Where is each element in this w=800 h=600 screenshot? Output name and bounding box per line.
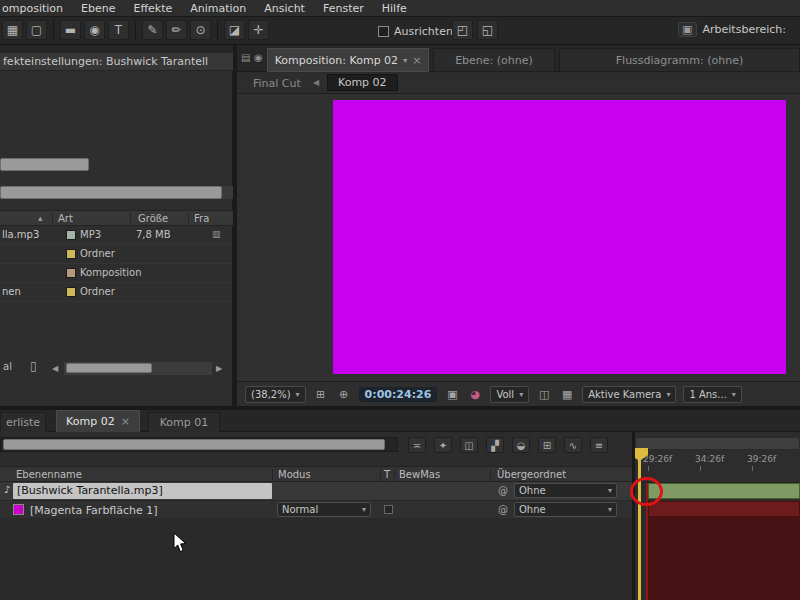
camera-dropdown[interactable]: Aktive Kamera ▾ [582,386,676,403]
transparency-grid-icon[interactable]: ▦ [559,388,575,401]
menu-fenster[interactable]: Fenster [314,0,373,17]
eraser-tool-icon[interactable]: ◪ [224,20,245,40]
region-of-interest-icon[interactable]: ◫ [536,388,552,401]
column-modus[interactable]: Modus [278,469,311,480]
column-fra[interactable]: Fra [194,213,209,224]
puppet-pin-tool-icon[interactable]: ✛ [248,20,269,40]
workspace-grid-tool-icon[interactable]: ▦ [2,20,23,40]
footer-hscroll-thumb[interactable] [66,363,152,373]
comp-tab-bar: ▤ ◉ Komposition: Komp 02 ▾ × Ebene: (ohn… [237,45,800,72]
menu-animation[interactable]: Animation [181,0,255,17]
clone-stamp-tool-icon[interactable]: ⊙ [190,20,211,40]
workspace-icon[interactable]: ▣ [678,22,696,37]
time-ruler[interactable]: 29:26f 34:26f 39:26f [635,450,800,483]
tab-ebene[interactable]: Ebene: (ohne) [433,48,555,72]
scroll-left-icon[interactable]: ◀ [52,364,58,373]
audio-icon[interactable]: ♪ [4,484,10,495]
snap-checkbox[interactable] [378,26,389,37]
menu-komposition[interactable]: omposition [0,0,72,17]
crosshair-icon[interactable]: ⊕ [336,388,352,401]
brainstorm-icon[interactable]: ⊞ [538,437,556,453]
column-uebergeordnet[interactable]: Übergeordnet [497,469,566,480]
breadcrumb-current[interactable]: Komp 02 [327,74,398,91]
panel-options-icon[interactable]: ≡ [590,437,608,453]
project-row-folder1[interactable]: Ordner [0,245,232,264]
tab-timeline-komp01[interactable]: Komp 01 [148,412,220,432]
view-layout-dropdown[interactable]: 1 Ans... ▾ [683,386,741,403]
type-swatch [66,287,76,297]
layer-name-selected[interactable]: [Bushwick Tarantella.mp3] [13,483,272,499]
column-ebenenname[interactable]: Ebenenname [16,469,82,480]
snapshot-icon[interactable]: ▣ [444,388,460,401]
rotation-tool-icon[interactable]: ◉ [84,20,105,40]
type-tool-icon[interactable]: T [108,20,129,40]
grid-overlay-icon[interactable]: ◱ [477,20,498,40]
project-hscroll-thumb[interactable] [0,186,222,199]
pen-tool-icon[interactable]: ✎ [142,20,163,40]
scroll-right-icon[interactable]: ▶ [216,364,222,373]
tab-close-icon[interactable]: × [121,415,130,428]
motion-blur-icon[interactable]: ◒ [512,437,530,453]
tab-komposition[interactable]: Komposition: Komp 02 ▾ × [267,48,429,72]
menu-ebene[interactable]: Ebene [72,0,124,17]
footer-label: al [3,361,12,372]
show-channel-icon[interactable]: ◕ [467,388,483,401]
selection-tool-icon[interactable]: ▢ [26,20,47,40]
tab-close-icon[interactable]: × [412,54,421,67]
shy-layers-icon[interactable]: ◫ [460,437,478,453]
project-hscroll-track [0,186,233,199]
timecode[interactable]: 0:00:24:26 [359,387,438,402]
column-art[interactable]: Art [58,213,73,224]
layer-row-audio[interactable]: ♪ [Bushwick Tarantella.mp3] @ Ohne ▾ [0,482,632,500]
layer-row-solid[interactable]: [Magenta Farbfläche 1] Normal ▾ @ Ohne ▾ [0,500,632,518]
tab-timeline-komp02[interactable]: Komp 02 × [56,410,140,432]
magenta-solid[interactable] [333,100,786,374]
sort-icon[interactable]: ▴ [38,213,43,223]
breadcrumb-previous[interactable]: Final Cut [253,77,301,90]
work-area-bar[interactable] [635,437,800,450]
blend-mode-value: Normal [282,504,318,515]
fx-hscroll-thumb[interactable] [0,158,89,171]
pickwhip-icon[interactable]: @ [498,485,508,496]
blend-mode-dropdown[interactable]: Normal ▾ [277,502,371,517]
trash-icon[interactable]: ▯ [30,359,37,373]
panel-menu-icon[interactable]: ▤ [241,52,250,63]
comp-flowchart-icon[interactable]: ≍ [408,437,426,453]
safe-zones-icon[interactable]: ⊞ [313,388,329,401]
zoom-dropdown[interactable]: (38,2%) ▾ [245,386,306,403]
type-swatch [66,249,76,259]
project-row-audio[interactable]: lla.mp3 MP3 7,8 MB ▥ [0,226,232,245]
parent-dropdown-audio[interactable]: Ohne ▾ [514,483,617,498]
layer-color-swatch[interactable] [13,504,24,515]
solid-layer-bar[interactable] [648,501,800,517]
current-time-indicator-line[interactable] [638,451,641,600]
layer-name-label[interactable]: [Magenta Farbfläche 1] [30,504,158,517]
parent-dropdown-solid[interactable]: Ohne ▾ [514,502,617,517]
project-row-composition[interactable]: Komposition [0,264,232,283]
column-bewmas[interactable]: BewMas [399,469,440,480]
tab-renderliste[interactable]: erliste [0,412,46,432]
preserve-transparency-checkbox[interactable] [384,505,393,514]
menu-effekte[interactable]: Effekte [124,0,181,17]
column-groesse[interactable]: Größe [138,213,168,224]
comp-viewer[interactable] [237,94,800,381]
brush-tool-icon[interactable]: ✏ [166,20,187,40]
tab-dropdown-icon[interactable]: ▾ [403,56,407,65]
lock-icon[interactable]: ◉ [254,52,263,63]
audio-layer-bar[interactable] [648,483,800,499]
project-rows: lla.mp3 MP3 7,8 MB ▥ Ordner Komposition … [0,226,233,358]
resolution-dropdown[interactable]: Voll ▾ [490,386,529,403]
draft3d-icon[interactable]: ✦ [434,437,452,453]
timeline-hscroll-thumb[interactable] [3,439,385,450]
resize-view-icon[interactable]: ◰ [452,20,473,40]
frame-blend-icon[interactable]: ▞ [486,437,504,453]
fx-panel-tab[interactable]: fekteinstellungen: Bushwick Tarantell [0,53,233,71]
menu-hilfe[interactable]: Hilfe [373,0,416,17]
graph-editor-icon[interactable]: ∿ [564,437,582,453]
tab-flussdiagramm[interactable]: Flussdiagramm: (ohne) [559,48,800,72]
project-row-folder2[interactable]: nen Ordner [0,283,232,302]
column-t[interactable]: T [384,469,390,480]
menu-ansicht[interactable]: Ansicht [255,0,314,17]
pickwhip-icon[interactable]: @ [498,504,508,515]
shape-tool-icon[interactable]: ▬ [60,20,81,40]
